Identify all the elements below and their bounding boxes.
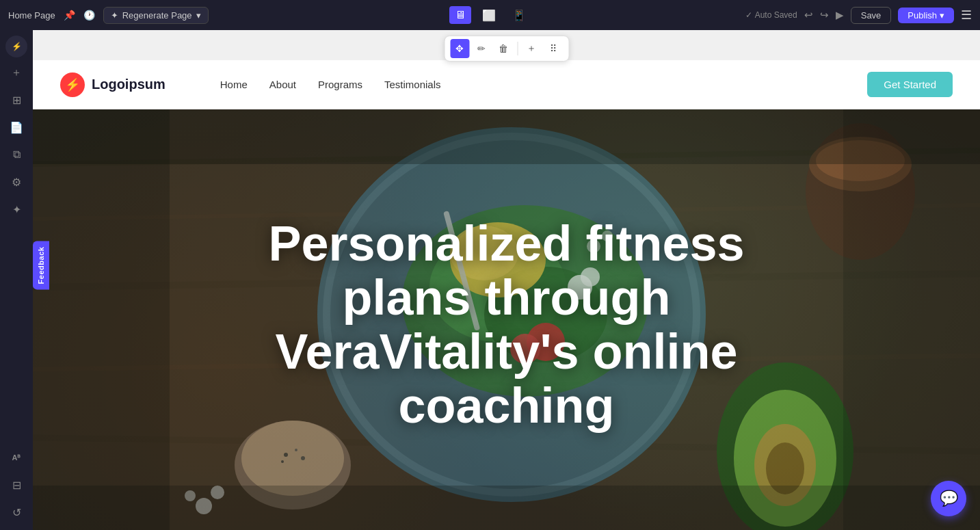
content-area: ✥ ✏ 🗑 ＋ ⠿ ⚡ Logoipsum Home About Program… (33, 30, 980, 530)
svg-rect-39 (33, 109, 170, 530)
sidebar-elements-icon[interactable]: ⊞ (4, 88, 29, 112)
top-bar-left: Home Page 📌 🕐 ✦ Regenerate Page ▾ (8, 7, 441, 24)
page-content: ⚡ Logoipsum Home About Programs Testimon… (33, 60, 980, 530)
pin-icon: 📌 (64, 10, 75, 21)
sidebar-font-icon[interactable]: Aᴮ (4, 445, 29, 470)
nav-testimonials[interactable]: Testimonials (384, 79, 441, 90)
logo[interactable]: ⚡ Logoipsum (60, 72, 165, 97)
undo-button[interactable]: ↩ (804, 9, 813, 21)
sidebar-layers-icon[interactable]: ⧉ (4, 142, 29, 167)
sidebar-settings-icon[interactable]: ⚙ (4, 170, 29, 194)
svg-point-25 (295, 449, 297, 451)
nav-home[interactable]: Home (220, 79, 248, 90)
menu-button[interactable]: ☰ (961, 8, 972, 23)
redo-button[interactable]: ↪ (820, 9, 829, 21)
hero-section: Personalized fitness plans through VeraV… (33, 109, 980, 530)
navbar: ⚡ Logoipsum Home About Programs Testimon… (33, 60, 980, 109)
sidebar-add-icon[interactable]: ＋ (4, 60, 29, 85)
svg-rect-37 (33, 109, 980, 164)
tablet-device-button[interactable]: ⬜ (477, 6, 501, 25)
chat-button[interactable]: 💬 (931, 481, 966, 516)
home-page-button[interactable]: Home Page (8, 10, 55, 21)
publish-label: Publish (908, 10, 937, 21)
chevron-down-icon: ▾ (196, 10, 201, 21)
svg-rect-40 (843, 109, 980, 530)
logo-text: Logoipsum (92, 77, 165, 92)
nav-links: Home About Programs Testimonials (220, 79, 868, 90)
auto-saved-status: ✓ Auto Saved (745, 10, 797, 20)
delete-tool-icon[interactable]: 🗑 (494, 39, 513, 58)
svg-point-26 (301, 456, 305, 460)
logo-icon: ⚡ (60, 72, 85, 97)
chevron-down-icon: ▾ (940, 10, 944, 21)
history-icon: 🕐 (83, 10, 95, 21)
sidebar-pages-icon[interactable]: 📄 (4, 115, 29, 140)
regenerate-button[interactable]: ✦ Regenerate Page ▾ (103, 7, 209, 24)
check-icon: ✓ (745, 10, 752, 20)
mobile-device-button[interactable]: 📱 (507, 6, 531, 25)
edit-tool-icon[interactable]: ✏ (472, 39, 491, 58)
publish-button[interactable]: Publish ▾ (898, 8, 954, 23)
sidebar-ai-icon[interactable]: ✦ (4, 197, 29, 222)
regenerate-label: Regenerate Page (122, 10, 192, 21)
top-bar-right: ✓ Auto Saved ↩ ↪ ▶ Save Publish ▾ ☰ (540, 7, 972, 24)
nav-about[interactable]: About (269, 79, 296, 90)
floating-toolbar: ✥ ✏ 🗑 ＋ ⠿ (444, 36, 569, 62)
feedback-label[interactable]: Feedback (33, 241, 49, 289)
nav-cta-button[interactable]: Get Started (867, 72, 953, 97)
svg-point-27 (281, 460, 284, 463)
move-tool-icon[interactable]: ✥ (450, 39, 469, 58)
feedback-tab[interactable]: Feedback (33, 241, 49, 289)
desktop-device-button[interactable]: 🖥 (449, 6, 471, 24)
regenerate-icon: ✦ (111, 10, 118, 21)
preview-button[interactable]: ▶ (836, 9, 844, 21)
chat-icon: 💬 (940, 490, 958, 507)
left-sidebar: ⚡ ＋ ⊞ 📄 ⧉ ⚙ ✦ Aᴮ ⊟ ↺ (0, 30, 33, 530)
device-switcher: 🖥 ⬜ 📱 (449, 6, 531, 25)
drag-tool-icon[interactable]: ⠿ (544, 39, 563, 58)
add-tool-icon[interactable]: ＋ (522, 39, 541, 58)
svg-point-24 (284, 453, 288, 457)
hero-headline: Personalized fitness plans through VeraV… (199, 217, 815, 434)
nav-programs[interactable]: Programs (318, 79, 362, 90)
top-bar: Home Page 📌 🕐 ✦ Regenerate Page ▾ 🖥 ⬜ 📱 … (0, 0, 980, 30)
sidebar-grid-icon[interactable]: ⊟ (4, 473, 29, 497)
toolbar-divider (517, 42, 518, 55)
auto-saved-label: Auto Saved (755, 10, 797, 20)
sidebar-undo-icon[interactable]: ↺ (4, 500, 29, 525)
sidebar-logo-icon[interactable]: ⚡ (5, 36, 27, 57)
save-button[interactable]: Save (851, 7, 892, 24)
svg-rect-38 (33, 486, 980, 530)
